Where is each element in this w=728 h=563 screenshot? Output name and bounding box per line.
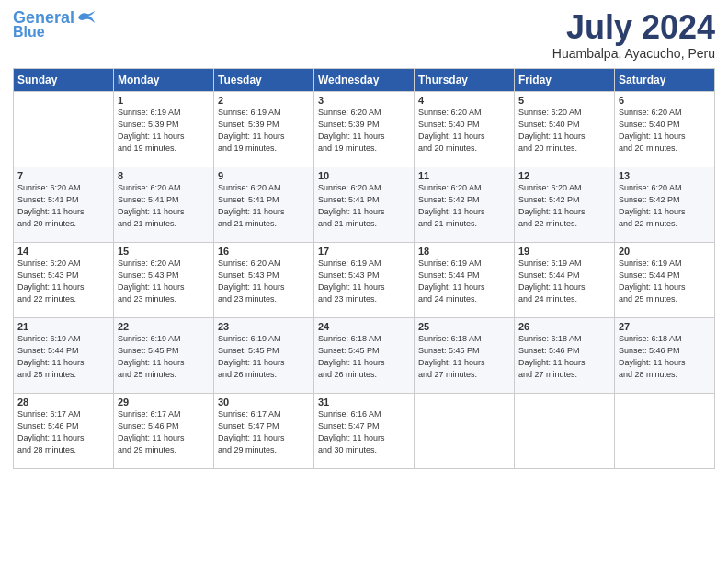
- day-info: Sunrise: 6:19 AMSunset: 5:44 PMDaylight:…: [17, 333, 109, 381]
- day-info: Sunrise: 6:19 AMSunset: 5:45 PMDaylight:…: [118, 333, 210, 381]
- day-number: 3: [318, 95, 410, 106]
- day-cell: 22 Sunrise: 6:19 AMSunset: 5:45 PMDaylig…: [114, 317, 214, 393]
- day-cell: 31 Sunrise: 6:16 AMSunset: 5:47 PMDaylig…: [314, 393, 415, 468]
- weekday-wednesday: Wednesday: [314, 68, 415, 91]
- day-cell: 28 Sunrise: 6:17 AMSunset: 5:46 PMDaylig…: [14, 393, 114, 468]
- day-info: Sunrise: 6:20 AMSunset: 5:43 PMDaylight:…: [17, 258, 109, 305]
- day-info: Sunrise: 6:17 AMSunset: 5:46 PMDaylight:…: [118, 408, 210, 456]
- day-number: 9: [218, 170, 310, 181]
- day-number: 22: [118, 321, 210, 332]
- day-number: 12: [518, 170, 610, 181]
- day-number: 5: [518, 95, 610, 106]
- day-number: 10: [318, 170, 410, 181]
- day-number: 6: [619, 95, 711, 106]
- day-cell: 25 Sunrise: 6:18 AMSunset: 5:45 PMDaylig…: [415, 317, 515, 393]
- day-cell: 1 Sunrise: 6:19 AMSunset: 5:39 PMDayligh…: [114, 91, 214, 167]
- day-info: Sunrise: 6:19 AMSunset: 5:45 PMDaylight:…: [218, 333, 310, 381]
- day-cell: 12 Sunrise: 6:20 AMSunset: 5:42 PMDaylig…: [515, 167, 615, 242]
- month-title: July 2024: [552, 9, 715, 46]
- day-info: Sunrise: 6:20 AMSunset: 5:40 PMDaylight:…: [619, 107, 711, 155]
- day-cell: [515, 393, 615, 468]
- day-number: 14: [17, 246, 109, 257]
- day-info: Sunrise: 6:19 AMSunset: 5:44 PMDaylight:…: [518, 258, 610, 305]
- weekday-thursday: Thursday: [415, 68, 515, 91]
- week-row-4: 21 Sunrise: 6:19 AMSunset: 5:44 PMDaylig…: [14, 317, 715, 393]
- day-cell: [415, 393, 515, 468]
- day-cell: 19 Sunrise: 6:19 AMSunset: 5:44 PMDaylig…: [515, 242, 615, 317]
- week-row-3: 14 Sunrise: 6:20 AMSunset: 5:43 PMDaylig…: [14, 242, 715, 317]
- weekday-tuesday: Tuesday: [214, 68, 314, 91]
- day-info: Sunrise: 6:19 AMSunset: 5:43 PMDaylight:…: [318, 258, 410, 305]
- day-info: Sunrise: 6:20 AMSunset: 5:41 PMDaylight:…: [118, 182, 210, 230]
- day-info: Sunrise: 6:20 AMSunset: 5:41 PMDaylight:…: [17, 182, 109, 230]
- day-number: 18: [418, 246, 510, 257]
- day-number: 20: [619, 246, 711, 257]
- title-area: July 2024 Huambalpa, Ayacucho, Peru: [552, 9, 715, 61]
- day-number: 21: [17, 321, 109, 332]
- day-info: Sunrise: 6:16 AMSunset: 5:47 PMDaylight:…: [318, 408, 410, 456]
- day-cell: 17 Sunrise: 6:19 AMSunset: 5:43 PMDaylig…: [314, 242, 415, 317]
- day-info: Sunrise: 6:20 AMSunset: 5:43 PMDaylight:…: [218, 258, 310, 305]
- day-number: 25: [418, 321, 510, 332]
- day-cell: 20 Sunrise: 6:19 AMSunset: 5:44 PMDaylig…: [615, 242, 715, 317]
- calendar-table: SundayMondayTuesdayWednesdayThursdayFrid…: [13, 68, 715, 469]
- day-cell: 3 Sunrise: 6:20 AMSunset: 5:39 PMDayligh…: [314, 91, 415, 167]
- day-number: 30: [218, 396, 310, 408]
- header: General Blue July 2024 Huambalpa, Ayacuc…: [13, 9, 715, 61]
- day-number: 8: [118, 170, 210, 181]
- day-cell: 10 Sunrise: 6:20 AMSunset: 5:41 PMDaylig…: [314, 167, 415, 242]
- day-number: 23: [218, 321, 310, 332]
- day-cell: 9 Sunrise: 6:20 AMSunset: 5:41 PMDayligh…: [214, 167, 314, 242]
- day-number: 4: [418, 95, 510, 106]
- day-info: Sunrise: 6:18 AMSunset: 5:45 PMDaylight:…: [418, 333, 510, 381]
- week-row-2: 7 Sunrise: 6:20 AMSunset: 5:41 PMDayligh…: [14, 167, 715, 242]
- weekday-monday: Monday: [114, 68, 214, 91]
- day-info: Sunrise: 6:20 AMSunset: 5:42 PMDaylight:…: [619, 182, 711, 230]
- day-info: Sunrise: 6:19 AMSunset: 5:39 PMDaylight:…: [218, 107, 310, 155]
- day-number: 15: [118, 246, 210, 257]
- day-info: Sunrise: 6:19 AMSunset: 5:39 PMDaylight:…: [118, 107, 210, 155]
- day-cell: [615, 393, 715, 468]
- day-cell: 14 Sunrise: 6:20 AMSunset: 5:43 PMDaylig…: [14, 242, 114, 317]
- day-info: Sunrise: 6:18 AMSunset: 5:46 PMDaylight:…: [619, 333, 711, 381]
- page-container: General Blue July 2024 Huambalpa, Ayacuc…: [0, 0, 728, 478]
- day-info: Sunrise: 6:19 AMSunset: 5:44 PMDaylight:…: [418, 258, 510, 305]
- week-row-5: 28 Sunrise: 6:17 AMSunset: 5:46 PMDaylig…: [14, 393, 715, 468]
- logo: General Blue: [13, 9, 97, 40]
- day-info: Sunrise: 6:20 AMSunset: 5:39 PMDaylight:…: [318, 107, 410, 155]
- location: Huambalpa, Ayacucho, Peru: [552, 46, 715, 61]
- day-cell: 5 Sunrise: 6:20 AMSunset: 5:40 PMDayligh…: [515, 91, 615, 167]
- week-row-1: 1 Sunrise: 6:19 AMSunset: 5:39 PMDayligh…: [14, 91, 715, 167]
- day-info: Sunrise: 6:20 AMSunset: 5:42 PMDaylight:…: [518, 182, 610, 230]
- bird-icon: [76, 10, 97, 25]
- day-info: Sunrise: 6:17 AMSunset: 5:47 PMDaylight:…: [218, 408, 310, 456]
- day-cell: 13 Sunrise: 6:20 AMSunset: 5:42 PMDaylig…: [615, 167, 715, 242]
- day-number: 28: [17, 396, 109, 408]
- weekday-saturday: Saturday: [615, 68, 715, 91]
- day-cell: 21 Sunrise: 6:19 AMSunset: 5:44 PMDaylig…: [14, 317, 114, 393]
- day-info: Sunrise: 6:20 AMSunset: 5:41 PMDaylight:…: [218, 182, 310, 230]
- weekday-friday: Friday: [515, 68, 615, 91]
- day-cell: 8 Sunrise: 6:20 AMSunset: 5:41 PMDayligh…: [114, 167, 214, 242]
- day-number: 24: [318, 321, 410, 332]
- logo-blue: Blue: [13, 24, 45, 40]
- day-cell: 11 Sunrise: 6:20 AMSunset: 5:42 PMDaylig…: [415, 167, 515, 242]
- day-number: 31: [318, 396, 410, 408]
- weekday-header-row: SundayMondayTuesdayWednesdayThursdayFrid…: [14, 68, 715, 91]
- day-info: Sunrise: 6:17 AMSunset: 5:46 PMDaylight:…: [17, 408, 109, 456]
- day-info: Sunrise: 6:20 AMSunset: 5:42 PMDaylight:…: [418, 182, 510, 230]
- day-cell: 27 Sunrise: 6:18 AMSunset: 5:46 PMDaylig…: [615, 317, 715, 393]
- day-number: 1: [118, 95, 210, 106]
- day-number: 26: [518, 321, 610, 332]
- day-info: Sunrise: 6:20 AMSunset: 5:40 PMDaylight:…: [518, 107, 610, 155]
- day-number: 19: [518, 246, 610, 257]
- day-cell: 6 Sunrise: 6:20 AMSunset: 5:40 PMDayligh…: [615, 91, 715, 167]
- day-number: 13: [619, 170, 711, 181]
- day-info: Sunrise: 6:20 AMSunset: 5:41 PMDaylight:…: [318, 182, 410, 230]
- day-cell: 16 Sunrise: 6:20 AMSunset: 5:43 PMDaylig…: [214, 242, 314, 317]
- day-info: Sunrise: 6:20 AMSunset: 5:43 PMDaylight:…: [118, 258, 210, 305]
- day-info: Sunrise: 6:18 AMSunset: 5:45 PMDaylight:…: [318, 333, 410, 381]
- day-cell: 23 Sunrise: 6:19 AMSunset: 5:45 PMDaylig…: [214, 317, 314, 393]
- day-cell: 29 Sunrise: 6:17 AMSunset: 5:46 PMDaylig…: [114, 393, 214, 468]
- day-number: 11: [418, 170, 510, 181]
